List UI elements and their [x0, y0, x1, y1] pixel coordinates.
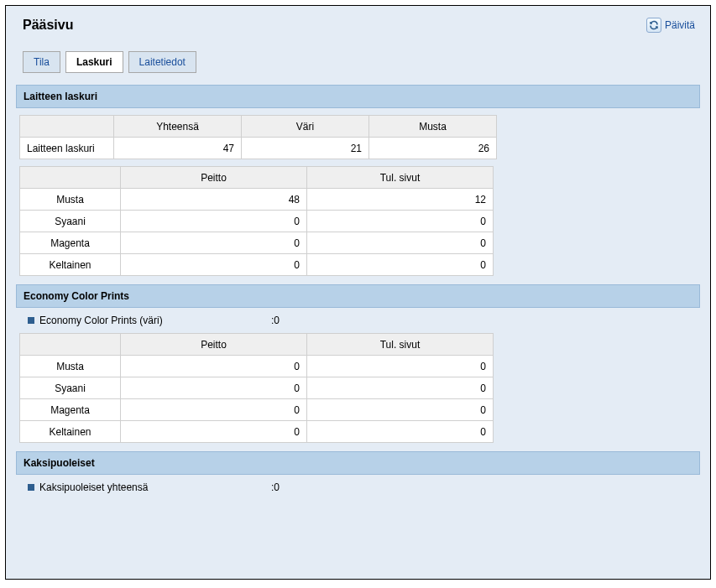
cell: 0 — [121, 211, 307, 232]
tabs: Tila Laskuri Laitetiedot — [23, 51, 700, 73]
header-row: Pääsivu Päivitä — [16, 16, 700, 44]
table-header-pages: Tul. sivut — [307, 167, 494, 189]
cell: 0 — [121, 356, 307, 377]
row-cyan: Syaani — [20, 211, 121, 232]
cell: 0 — [307, 421, 494, 443]
cell: 0 — [121, 377, 307, 399]
page-title: Pääsivu — [23, 18, 73, 33]
row-cyan: Syaani — [20, 377, 121, 399]
cell-color: 21 — [242, 138, 369, 159]
cell: 0 — [307, 356, 494, 377]
table-header-blank — [20, 334, 121, 356]
coverage-table-2: Peitto Tul. sivut Musta 0 0 Syaani 0 0 M… — [19, 333, 494, 443]
duplex-info: Kaksipuoleiset yhteensä :0 — [28, 481, 700, 493]
table-row: Laitteen laskuri 47 21 26 — [20, 138, 497, 159]
table-row: Keltainen 0 0 — [20, 254, 494, 276]
row-black: Musta — [20, 189, 121, 211]
duplex-value: :0 — [271, 481, 280, 493]
cell: 0 — [121, 421, 307, 443]
duplex-label: Kaksipuoleiset yhteensä — [39, 481, 266, 493]
row-magenta: Magenta — [20, 399, 121, 421]
table-header-black: Musta — [369, 116, 497, 138]
cell-total: 47 — [114, 138, 242, 159]
table-header-blank — [20, 167, 121, 189]
economy-color-label: Economy Color Prints (väri) — [39, 315, 266, 326]
refresh-button[interactable]: Päivitä — [646, 18, 695, 33]
bullet-icon — [28, 484, 34, 491]
cell: 0 — [121, 232, 307, 254]
table-row: Musta 0 0 — [20, 356, 494, 377]
table-row: Magenta 0 0 — [20, 399, 494, 421]
table-header-coverage: Peitto — [121, 334, 307, 356]
cell: 0 — [307, 211, 494, 232]
tab-laskuri[interactable]: Laskuri — [65, 51, 123, 73]
table-header-coverage: Peitto — [121, 167, 307, 189]
refresh-icon — [646, 18, 661, 33]
cell: 0 — [307, 254, 494, 276]
table-header-color: Väri — [242, 116, 369, 138]
table-row: Syaani 0 0 — [20, 377, 494, 399]
row-magenta: Magenta — [20, 232, 121, 254]
cell: 0 — [307, 232, 494, 254]
section-laitteen-laskuri: Laitteen laskuri — [16, 85, 700, 108]
device-counter-table: Yhteensä Väri Musta Laitteen laskuri 47 … — [19, 115, 497, 159]
cell: 0 — [307, 377, 494, 399]
economy-color-value: :0 — [271, 315, 280, 326]
table-header-total: Yhteensä — [114, 116, 242, 138]
table-row: Magenta 0 0 — [20, 232, 494, 254]
row-label: Laitteen laskuri — [20, 138, 114, 159]
row-black: Musta — [20, 356, 121, 377]
cell: 0 — [121, 254, 307, 276]
section-economy-color: Economy Color Prints — [16, 284, 700, 308]
main-panel: Pääsivu Päivitä Tila Laskuri Laitetiedot… — [5, 5, 711, 580]
tab-laitetiedot[interactable]: Laitetiedot — [128, 51, 196, 73]
refresh-label: Päivitä — [665, 19, 695, 31]
bullet-icon — [28, 317, 34, 324]
tab-tila[interactable]: Tila — [23, 51, 60, 73]
cell-black: 26 — [369, 138, 497, 159]
row-yellow: Keltainen — [20, 421, 121, 443]
table-header-pages: Tul. sivut — [307, 334, 494, 356]
table-row: Syaani 0 0 — [20, 211, 494, 232]
table-header-blank — [20, 116, 114, 138]
table-row: Musta 48 12 — [20, 189, 494, 211]
coverage-table-1: Peitto Tul. sivut Musta 48 12 Syaani 0 0… — [19, 166, 494, 276]
table-row: Keltainen 0 0 — [20, 421, 494, 443]
economy-color-info: Economy Color Prints (väri) :0 — [28, 315, 700, 326]
cell: 48 — [121, 189, 307, 211]
cell: 12 — [307, 189, 494, 211]
row-yellow: Keltainen — [20, 254, 121, 276]
cell: 0 — [307, 399, 494, 421]
cell: 0 — [121, 399, 307, 421]
section-kaksipuoleiset: Kaksipuoleiset — [16, 451, 700, 475]
